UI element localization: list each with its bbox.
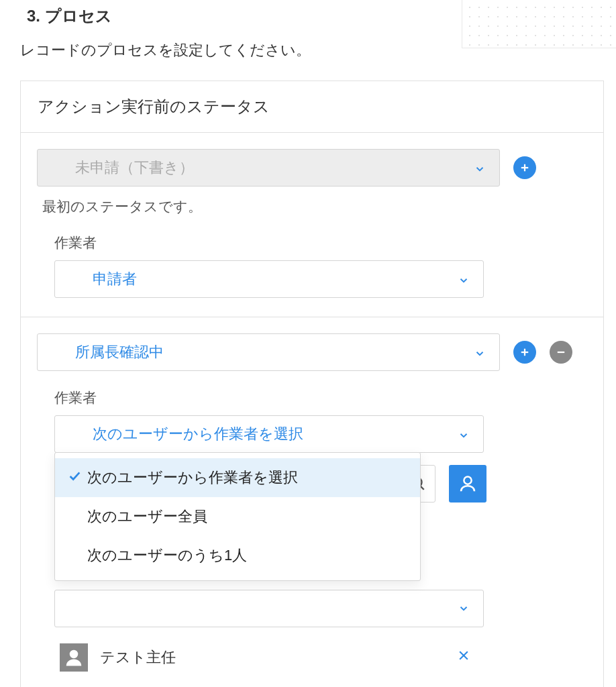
status-name-select-2[interactable]: 所属長確認中: [37, 333, 500, 371]
check-icon: [67, 468, 82, 487]
panel-header: アクション実行前のステータス: [21, 81, 603, 133]
worker-label-2: 作業者: [54, 388, 587, 407]
chevron-down-icon: [474, 346, 486, 358]
status-hint-1: 最初のステータスです。: [37, 187, 587, 216]
status-name-select-1: 未申請（下書き）: [37, 149, 500, 187]
remove-user-button[interactable]: [457, 649, 470, 666]
worker-mode-dropdown: 次のユーザーから作業者を選択 次のユーザー全員 次のユーザーのうち1人: [54, 452, 421, 581]
dropdown-option-2[interactable]: 次のユーザーのうち1人: [55, 536, 420, 575]
worker-select-1[interactable]: 申請者: [54, 260, 484, 298]
selected-user-chip: テスト主任: [54, 638, 484, 677]
chevron-down-icon: [458, 273, 470, 285]
chevron-down-icon: [474, 162, 486, 174]
dotted-panel: [462, 0, 616, 48]
dropdown-option-label: 次のユーザーから作業者を選択: [87, 468, 298, 488]
status-block-2: 所属長確認中 作業者 次のユーザーから作業者を選択: [21, 317, 603, 687]
extra-select[interactable]: [54, 590, 484, 627]
worker-select-text-1: 申請者: [93, 269, 458, 289]
svg-line-6: [421, 486, 424, 490]
dropdown-option-label: 次のユーザー全員: [87, 507, 207, 527]
process-panel: アクション実行前のステータス 未申請（下書き） 最初のステータスです。 作業者 …: [20, 81, 604, 687]
avatar-icon: [60, 643, 88, 672]
status-name-text-2: 所属長確認中: [75, 342, 474, 362]
svg-point-8: [70, 650, 79, 659]
dropdown-option-1[interactable]: 次のユーザー全員: [55, 497, 420, 536]
worker-mode-text-2: 次のユーザーから作業者を選択: [93, 424, 458, 444]
worker-label-1: 作業者: [54, 233, 587, 252]
worker-mode-select-2[interactable]: 次のユーザーから作業者を選択: [54, 415, 484, 453]
worker-block-2: 作業者 次のユーザーから作業者を選択 次のユーザーから作業者を選択: [37, 388, 587, 677]
dropdown-option-0[interactable]: 次のユーザーから作業者を選択: [55, 458, 420, 497]
chevron-down-icon: [458, 428, 470, 440]
remove-status-button[interactable]: [550, 341, 572, 364]
add-status-button[interactable]: [513, 156, 536, 179]
add-status-button[interactable]: [513, 341, 536, 364]
worker-block-1: 作業者 申請者: [37, 233, 587, 298]
selected-user-name: テスト主任: [100, 647, 445, 668]
org-picker-button[interactable]: [449, 465, 486, 503]
dropdown-option-label: 次のユーザーのうち1人: [87, 545, 247, 566]
status-block-1: 未申請（下書き） 最初のステータスです。 作業者 申請者: [21, 133, 603, 317]
status-name-text-1: 未申請（下書き）: [75, 158, 474, 178]
chevron-down-icon: [458, 602, 470, 615]
svg-point-7: [464, 476, 471, 484]
